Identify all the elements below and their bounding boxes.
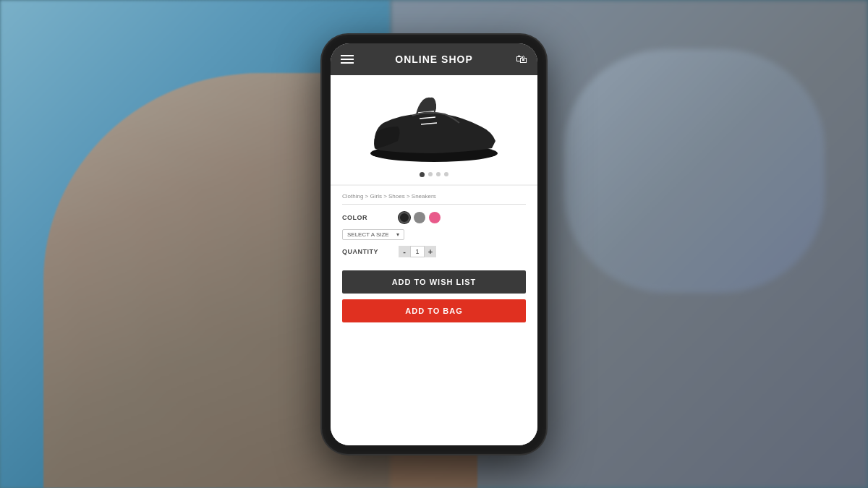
- quantity-decrease-button[interactable]: -: [399, 246, 410, 257]
- quantity-value: 1: [410, 246, 425, 257]
- product-image-area: [331, 75, 537, 184]
- phone-device: ONLINE SHOP 🛍: [322, 35, 546, 454]
- quantity-row: QUANTITY - 1 +: [342, 246, 526, 257]
- quantity-controls: - 1 +: [399, 246, 436, 257]
- size-select-label: SELECT A SIZE: [347, 231, 389, 238]
- size-select[interactable]: SELECT A SIZE ▾: [342, 229, 404, 240]
- color-swatch-gray[interactable]: [414, 212, 425, 223]
- size-row: SELECT A SIZE ▾: [342, 229, 526, 240]
- carousel-dots: [420, 172, 448, 177]
- color-row: COLOR: [342, 212, 526, 223]
- color-swatches: [399, 212, 441, 223]
- color-swatch-pink[interactable]: [429, 212, 441, 223]
- top-bar: ONLINE SHOP 🛍: [331, 43, 537, 75]
- carousel-dot-2[interactable]: [428, 172, 433, 176]
- add-to-bag-button[interactable]: ADD TO BAG: [342, 299, 526, 322]
- menu-icon[interactable]: [341, 55, 354, 64]
- app-title: ONLINE SHOP: [395, 53, 472, 65]
- bag-icon[interactable]: 🛍: [516, 53, 527, 66]
- breadcrumb: Clothing > Girls > Shoes > Sneakers: [342, 193, 526, 205]
- product-details: Clothing > Girls > Shoes > Sneakers COLO…: [331, 186, 537, 445]
- product-image: [362, 87, 506, 166]
- phone-wrapper: ONLINE SHOP 🛍: [322, 35, 546, 454]
- carousel-dot-1[interactable]: [420, 172, 425, 177]
- shoe-svg: [362, 87, 506, 166]
- color-swatch-black[interactable]: [399, 212, 410, 223]
- color-label: COLOR: [342, 214, 393, 221]
- chevron-down-icon: ▾: [396, 231, 399, 238]
- phone-screen: ONLINE SHOP 🛍: [331, 43, 537, 445]
- carousel-dot-3[interactable]: [436, 172, 441, 176]
- button-area: ADD TO WISH LIST ADD TO BAG: [342, 270, 526, 322]
- background-pillow: [564, 49, 825, 294]
- quantity-increase-button[interactable]: +: [425, 246, 436, 257]
- quantity-label: QUANTITY: [342, 248, 393, 255]
- carousel-dot-4[interactable]: [444, 172, 448, 176]
- add-to-wishlist-button[interactable]: ADD TO WISH LIST: [342, 270, 526, 294]
